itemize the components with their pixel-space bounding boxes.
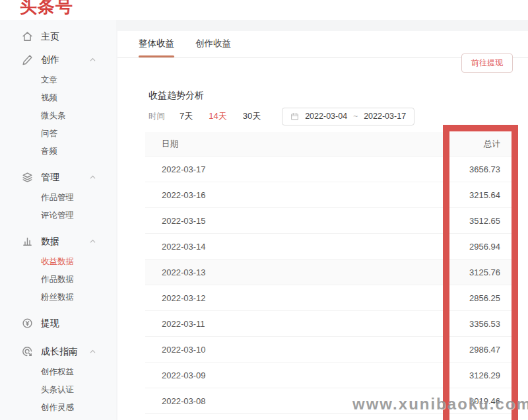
sidebar-item-creation-inspiration[interactable]: 创作灵感 xyxy=(0,399,116,417)
chevron-up-icon xyxy=(89,174,96,181)
sidebar-item-label: 问答 xyxy=(41,128,57,139)
sidebar-item-label: 提现 xyxy=(41,318,59,330)
sidebar-item-label: 音频 xyxy=(41,146,57,157)
total-cell: 3356.53 xyxy=(436,319,515,329)
sidebar-item-fans-data[interactable]: 粉丝数据 xyxy=(0,289,116,306)
sidebar-item-growth-guide[interactable]: 成长指南 xyxy=(0,340,116,363)
table-row: 2022-03-14 2956.94 xyxy=(145,234,515,260)
table-row: 2022-03-09 3126.29 xyxy=(145,363,515,388)
sidebar-item-label: 成长指南 xyxy=(41,346,78,358)
table-row: 2022-03-17 3656.73 xyxy=(145,157,515,182)
date-range-end: 2022-03-17 xyxy=(364,112,406,121)
column-header-total: 总计 xyxy=(436,139,515,150)
table-row: 2022-03-13 3125.76 xyxy=(145,260,515,285)
time-filter-label: 时间 xyxy=(148,111,165,122)
sidebar-item-label: 评论管理 xyxy=(41,210,74,221)
table-row: 2022-03-16 3215.64 xyxy=(145,182,515,208)
sidebar-item-label: 主页 xyxy=(41,31,59,43)
compass-icon xyxy=(22,346,33,357)
column-header-date: 日期 xyxy=(145,139,436,150)
sidebar-item-label: 创作灵感 xyxy=(41,402,74,413)
sidebar-item-micro-headlines[interactable]: 微头条 xyxy=(0,107,116,125)
date-cell: 2022-03-13 xyxy=(145,267,436,277)
table-row: 2022-03-11 3356.53 xyxy=(145,311,515,337)
filter-7-days[interactable]: 7天 xyxy=(180,110,193,122)
date-range-picker[interactable]: 2022-03-04 ~ 2022-03-17 xyxy=(282,108,414,125)
date-cell: 2022-03-09 xyxy=(145,370,436,380)
sidebar-item-label: 视频 xyxy=(41,92,57,104)
sidebar-item-label: 微头条 xyxy=(41,110,66,122)
main-content: 整体收益 创作收益 前往提现 收益趋势分析 时间 7天 14天 30天 2022… xyxy=(117,31,528,420)
date-cell: 2022-03-14 xyxy=(145,242,436,252)
time-filter-bar: 时间 7天 14天 30天 2022-03-04 ~ 2022-03-17 xyxy=(148,107,414,125)
sidebar-item-revenue-data[interactable]: 收益数据 xyxy=(0,253,116,271)
date-range-start: 2022-03-04 xyxy=(305,112,347,121)
chevron-up-icon xyxy=(89,238,96,245)
tab-creation-revenue[interactable]: 创作收益 xyxy=(195,38,231,57)
sidebar-item-works-manage[interactable]: 作品管理 xyxy=(0,189,116,207)
sidebar-item-works-data[interactable]: 作品数据 xyxy=(0,271,116,289)
sidebar-item-label: 作品管理 xyxy=(41,192,74,203)
sidebar-item-label: 作品数据 xyxy=(41,274,74,285)
total-cell: 3215.64 xyxy=(436,190,515,200)
sidebar-item-label: 管理 xyxy=(41,172,59,184)
sidebar-item-label: 创作权益 xyxy=(41,367,74,378)
total-cell: 3126.29 xyxy=(436,370,515,380)
sidebar-item-data[interactable]: 数据 xyxy=(0,230,116,253)
section-title: 收益趋势分析 xyxy=(148,90,204,102)
total-cell: 3656.73 xyxy=(436,164,515,174)
app-header: 头条号 xyxy=(0,0,528,20)
sidebar-item-creation-rights[interactable]: 创作权益 xyxy=(0,363,116,381)
total-cell: 3512.65 xyxy=(436,216,515,226)
date-range-separator: ~ xyxy=(353,112,358,121)
pen-icon xyxy=(22,54,33,65)
sidebar-item-create[interactable]: 创作 xyxy=(0,48,116,71)
revenue-table: 日期 总计 2022-03-17 3656.73 2022-03-16 3215… xyxy=(145,132,515,414)
table-row: 2022-03-12 2856.25 xyxy=(145,285,515,311)
sidebar-item-home[interactable]: 主页 xyxy=(0,25,116,48)
sidebar-item-manage[interactable]: 管理 xyxy=(0,166,116,189)
app-logo[interactable]: 头条号 xyxy=(20,0,73,18)
watermark-text: www.xunibaoku.com xyxy=(352,395,528,413)
total-cell: 3125.76 xyxy=(436,267,515,277)
date-cell: 2022-03-17 xyxy=(145,164,436,174)
sidebar-item-label: 头条认证 xyxy=(41,384,74,396)
table-row: 2022-03-10 2986.47 xyxy=(145,337,515,363)
layers-icon xyxy=(22,172,33,183)
filter-30-days[interactable]: 30天 xyxy=(243,110,261,122)
total-cell: 2956.94 xyxy=(436,242,515,252)
sidebar-item-label: 粉丝数据 xyxy=(41,292,74,303)
sidebar-item-videos[interactable]: 视频 xyxy=(0,89,116,107)
total-cell: 2856.25 xyxy=(436,293,515,303)
sidebar-item-label: 创作 xyxy=(41,54,59,66)
tab-overall-revenue[interactable]: 整体收益 xyxy=(139,38,174,57)
chevron-up-icon xyxy=(89,56,96,63)
sidebar-item-label: 收益数据 xyxy=(41,256,74,267)
filter-14-days[interactable]: 14天 xyxy=(209,110,226,122)
go-withdraw-button[interactable]: 前往提现 xyxy=(461,53,513,73)
sidebar-item-label: 数据 xyxy=(41,236,59,248)
chevron-up-icon xyxy=(89,348,96,355)
sidebar-item-articles[interactable]: 文章 xyxy=(0,71,116,89)
sidebar-item-qa[interactable]: 问答 xyxy=(0,125,116,143)
sidebar-item-withdraw[interactable]: 提现 xyxy=(0,312,116,335)
sidebar: 主页 创作 文章 视频 微头条 问答 音频 管理 作品管理 评论管理 数据 收益… xyxy=(0,20,116,420)
table-header-row: 日期 总计 xyxy=(145,132,515,157)
date-cell: 2022-03-15 xyxy=(145,216,436,226)
date-cell: 2022-03-10 xyxy=(145,345,436,355)
date-cell: 2022-03-12 xyxy=(145,293,436,303)
table-row: 2022-03-15 3512.65 xyxy=(145,208,515,234)
date-cell: 2022-03-11 xyxy=(145,319,436,329)
date-cell: 2022-03-16 xyxy=(145,190,436,200)
screen: 头条号 主页 创作 文章 视频 微头条 问答 音频 管理 作品管理 评论管理 数… xyxy=(0,0,528,420)
calendar-icon xyxy=(290,112,299,121)
bar-chart-icon xyxy=(22,236,33,247)
home-icon xyxy=(22,31,33,42)
withdraw-icon xyxy=(22,318,33,329)
sidebar-item-creation-camp[interactable]: 创作训练营 xyxy=(0,417,116,420)
sidebar-item-comments-manage[interactable]: 评论管理 xyxy=(0,207,116,225)
sidebar-item-label: 文章 xyxy=(41,75,57,86)
total-cell: 2986.47 xyxy=(436,345,515,355)
sidebar-item-audio[interactable]: 音频 xyxy=(0,143,116,160)
sidebar-item-toutiao-certification[interactable]: 头条认证 xyxy=(0,381,116,399)
